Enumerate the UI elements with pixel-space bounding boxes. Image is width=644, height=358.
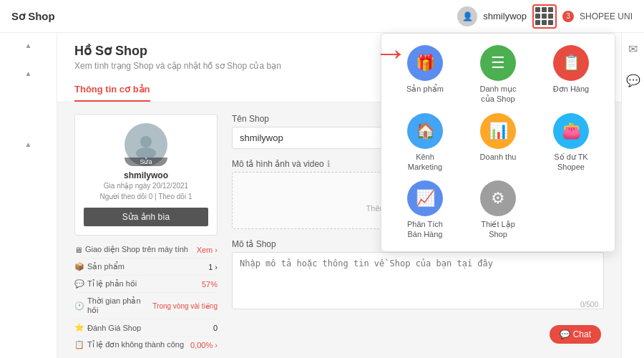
don-hang-icon: 📋 bbox=[553, 45, 589, 81]
description-wrap: 0/500 bbox=[232, 252, 604, 311]
chat-support-icon[interactable]: 💬 bbox=[623, 70, 643, 90]
stat-icon-giao-dien: 🖥 bbox=[74, 246, 82, 254]
stat-icon-danh-gia: ⭐ bbox=[74, 323, 84, 332]
left-sidebar: ▲ ▲ ▲ bbox=[0, 33, 57, 358]
username-label: shmilywop bbox=[483, 11, 527, 21]
stat-row-san-pham: 📦 Sản phẩm 1 › bbox=[74, 258, 218, 276]
dropdown-item-thiet-lap[interactable]: ⚙ Thiết LậpShop bbox=[466, 180, 530, 240]
doanh-thu-icon: 📊 bbox=[480, 113, 516, 149]
tab-basic-info[interactable]: Thông tin cơ bản bbox=[74, 78, 150, 102]
profile-card-inner: Sửa shmilywoo Gia nhập ngày 20/12/2021 N… bbox=[74, 114, 218, 236]
dropdown-item-doanh-thu[interactable]: 📊 Doanh thu bbox=[466, 113, 530, 173]
san-pham-icon: 🎁 bbox=[407, 45, 443, 81]
stat-icon-ti-le: 💬 bbox=[74, 279, 84, 289]
stat-val-thoi-gian: Trong vòng vài tiếng bbox=[152, 302, 218, 310]
apps-grid-button[interactable] bbox=[532, 4, 557, 29]
right-sidebar: ✉ 💬 bbox=[621, 33, 644, 358]
sidebar-chevron-down[interactable]: ▲ bbox=[0, 137, 57, 151]
description-textarea[interactable] bbox=[232, 252, 604, 309]
profile-stats: 🖥 Giao diện Shop trên máy tính Xem › 📦 S… bbox=[74, 241, 218, 353]
stat-row-danh-gia: ⭐ Đánh Giá Shop 0 bbox=[74, 319, 218, 337]
danh-muc-icon: ☰ bbox=[480, 45, 516, 81]
dropdown-item-don-hang[interactable]: 📋 Đơn Hàng bbox=[539, 45, 603, 105]
cover-photo-button[interactable]: Sửa ảnh bìa bbox=[84, 208, 208, 226]
thiet-lap-icon: ⚙ bbox=[480, 180, 516, 216]
dropdown-item-phan-tich[interactable]: 📈 Phân TíchBán Hàng bbox=[393, 180, 457, 240]
stat-icon-ti-le-don: 📋 bbox=[74, 340, 84, 349]
kenh-marketing-icon: 🏠 bbox=[407, 113, 443, 149]
stat-val-san-pham: 1 › bbox=[208, 263, 218, 271]
stat-label-giao-dien: Giao diện Shop trên máy tính bbox=[85, 245, 197, 254]
chat-button[interactable]: 💬 Chat bbox=[550, 325, 601, 344]
svg-point-1 bbox=[136, 147, 156, 158]
stat-val-danh-gia: 0 bbox=[213, 324, 218, 332]
stat-row-giao-dien: 🖥 Giao diện Shop trên máy tính Xem › bbox=[74, 241, 218, 258]
stat-row-thoi-gian: 🕐 Thời gian phản hồi Trong vòng vài tiến… bbox=[74, 293, 218, 319]
so-du-label: Số dư TKShopee bbox=[554, 152, 587, 173]
stat-label-thoi-gian: Thời gian phản hồi bbox=[87, 296, 152, 315]
kenh-marketing-label: KênhMarketing bbox=[408, 152, 442, 173]
stat-label-ti-le-don: Tỉ lệ đơn không thành công bbox=[87, 340, 190, 349]
topnav-right: 👤 shmilywop 3 SHOPEE UNI bbox=[457, 4, 633, 29]
grid-icon bbox=[535, 7, 553, 25]
danh-muc-label: Danh mụccủa Shop bbox=[479, 84, 516, 105]
stat-label-san-pham: Sản phẩm bbox=[87, 262, 208, 271]
thiet-lap-label: Thiết LậpShop bbox=[481, 219, 515, 240]
don-hang-label: Đơn Hàng bbox=[553, 84, 589, 94]
stat-icon-san-pham: 📦 bbox=[74, 262, 84, 271]
dropdown-item-kenh-marketing[interactable]: 🏠 KênhMarketing bbox=[393, 113, 457, 173]
stat-label-danh-gia: Đánh Giá Shop bbox=[87, 324, 213, 332]
sidebar-chevron-up[interactable]: ▲ bbox=[0, 39, 57, 52]
notification-badge[interactable]: 3 bbox=[562, 11, 574, 22]
chat-icon: 💬 bbox=[560, 329, 570, 339]
so-du-icon: 👛 bbox=[553, 113, 589, 149]
profile-username: shmilywoo bbox=[84, 170, 208, 180]
svg-point-0 bbox=[140, 136, 152, 147]
avatar-circle: Sửa bbox=[125, 123, 167, 166]
profile-followers: Người theo dõi 0 | Theo dõi 1 bbox=[84, 191, 208, 202]
avatar: 👤 bbox=[457, 6, 477, 26]
mail-icon[interactable]: ✉ bbox=[623, 39, 643, 59]
stat-label-ti-le: Tỉ lệ phản hồi bbox=[87, 279, 202, 289]
stat-row-ti-le-don: 📋 Tỉ lệ đơn không thành công 0,00% › bbox=[74, 337, 218, 353]
profile-join-date: Gia nhập ngày 20/12/2021 bbox=[84, 180, 208, 191]
app-logo: Sơ Shop bbox=[11, 10, 55, 23]
chat-label: Chat bbox=[573, 329, 591, 339]
info-icon: ℹ bbox=[327, 159, 331, 169]
dropdown-item-danh-muc[interactable]: ☰ Danh mụccủa Shop bbox=[466, 45, 530, 105]
phan-tich-icon: 📈 bbox=[407, 180, 443, 216]
apps-dropdown: 🎁 Sản phẩm ☰ Danh mụccủa Shop 📋 Đơn Hàng… bbox=[381, 33, 615, 252]
top-nav: Sơ Shop 👤 shmilywop 3 SHOPEE UNI bbox=[0, 0, 644, 33]
avatar-edit-label: Sửa bbox=[125, 158, 167, 166]
san-pham-label: Sản phẩm bbox=[406, 84, 444, 94]
dropdown-item-san-pham[interactable]: 🎁 Sản phẩm bbox=[393, 45, 457, 105]
stat-val-ti-le: 57% bbox=[202, 280, 218, 289]
dropdown-item-so-du[interactable]: 👛 Số dư TKShopee bbox=[539, 113, 603, 173]
shopee-uni-label: SHOPEE UNI bbox=[580, 11, 633, 21]
profile-card: Sửa shmilywoo Gia nhập ngày 20/12/2021 N… bbox=[74, 114, 218, 353]
doanh-thu-label: Doanh thu bbox=[480, 152, 517, 162]
phan-tich-label: Phân TíchBán Hàng bbox=[407, 219, 443, 240]
stat-icon-thoi-gian: 🕐 bbox=[74, 301, 84, 311]
sidebar-chevron-mid[interactable]: ▲ bbox=[0, 67, 57, 80]
stat-val-giao-dien[interactable]: Xem › bbox=[197, 246, 218, 254]
stat-row-ti-le-phan-hoi: 💬 Tỉ lệ phản hồi 57% bbox=[74, 276, 218, 293]
stat-val-ti-le-don: 0,00% › bbox=[190, 341, 218, 349]
char-count: 0/500 bbox=[580, 301, 598, 309]
